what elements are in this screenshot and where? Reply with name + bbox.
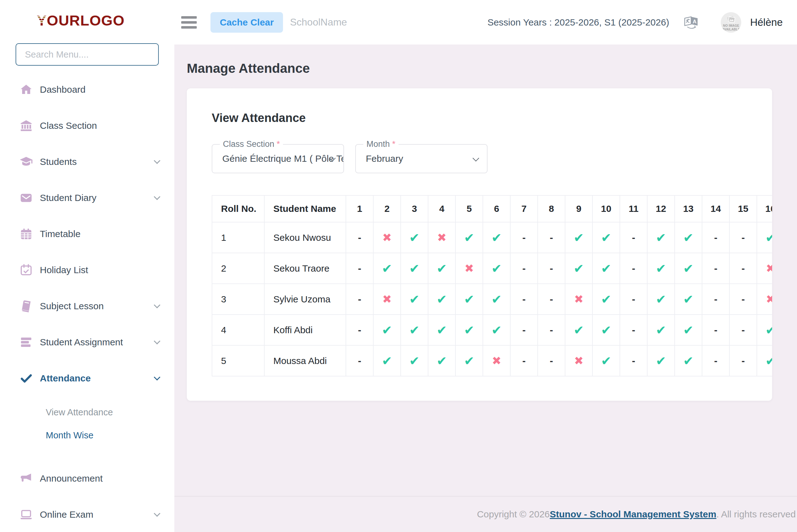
sidebar-item-label: Dashboard [40, 84, 86, 95]
present-check-icon: ✔ [409, 292, 420, 306]
attendance-cell-day-11: - [620, 345, 647, 376]
attendance-cell-day-4: ✔ [428, 253, 456, 284]
chevron-down-icon [154, 338, 160, 344]
sidebar-item-label: Attendance [40, 373, 91, 384]
sidebar-item-announcement[interactable]: Announcement [19, 469, 160, 488]
sidebar-item-subject-lesson[interactable]: Subject Lesson [19, 297, 160, 316]
user-name-label[interactable]: Hélène [750, 17, 783, 28]
present-check-icon: ✔ [491, 262, 502, 276]
no-record-dash: - [522, 324, 526, 335]
present-check-icon: ✔ [573, 323, 584, 337]
attendance-cell-day-11: - [620, 253, 647, 284]
attendance-cell-day-1: - [346, 222, 373, 253]
session-years-label: Session Years : 2025-2026, S1 (2025-2026… [487, 17, 669, 28]
attendance-cell-day-7: - [510, 345, 538, 376]
sidebar-item-online-exam[interactable]: Online Exam [19, 505, 160, 524]
student-name-cell: Sekou Nwosu [264, 222, 346, 253]
no-record-dash: - [742, 263, 745, 274]
present-check-icon: ✔ [683, 231, 693, 245]
no-record-dash: - [632, 355, 635, 366]
attendance-cell-day-1: - [346, 345, 373, 376]
search-menu-input[interactable] [16, 43, 159, 65]
sidebar-item-class-section[interactable]: Class Section [19, 116, 160, 135]
no-record-dash: - [742, 355, 745, 366]
attendance-cell-day-2: ✔ [373, 315, 401, 345]
check-icon [19, 372, 33, 385]
user-avatar[interactable]: NO IMAGEAVAILABLE [721, 12, 741, 33]
footer-brand-link[interactable]: Stunov - School Management System [550, 509, 716, 519]
no-record-dash: - [550, 355, 553, 366]
student-name-cell: Koffi Abdi [264, 315, 346, 345]
present-check-icon: ✔ [573, 262, 584, 276]
no-record-dash: - [714, 232, 718, 243]
attendance-cell-day-15: - [729, 284, 757, 315]
required-asterisk: * [277, 139, 280, 149]
col-header-day-13: 13 [675, 195, 702, 222]
table-row: 1Sekou Nwosu-✖✔✖✔✔--✔✔-✔✔--✔ [212, 222, 772, 253]
attendance-cell-day-7: - [510, 253, 538, 284]
present-check-icon: ✔ [382, 354, 392, 368]
present-check-icon: ✔ [491, 231, 502, 245]
attendance-cell-day-8: - [538, 253, 565, 284]
sidebar-item-timetable[interactable]: Timetable [19, 224, 160, 244]
language-translate-icon[interactable]: A [682, 13, 701, 32]
attendance-submenu: View AttendanceMonth Wise [19, 405, 160, 443]
absent-cross-icon: ✖ [574, 354, 583, 367]
copyright-text: Copyright © 2026 [477, 509, 550, 519]
app-logo[interactable]: YOURLOGO [37, 12, 174, 29]
attendance-cell-day-3: ✔ [401, 345, 428, 376]
present-check-icon: ✔ [491, 292, 502, 306]
present-check-icon: ✔ [765, 323, 772, 337]
present-check-icon: ✔ [437, 354, 447, 368]
attendance-cell-day-2: ✔ [373, 345, 401, 376]
sidebar-item-holiday-list[interactable]: Holiday List [19, 260, 160, 280]
col-header-day-8: 8 [538, 195, 565, 222]
main-area: Cache Clear SchoolName Session Years : 2… [174, 0, 797, 532]
attendance-cell-day-8: - [538, 222, 565, 253]
submenu-item-month-wise[interactable]: Month Wise [46, 428, 160, 443]
page-content: Manage Attendance View Attendance Class … [174, 44, 797, 532]
class-section-select[interactable]: Class Section * Génie Électrique M1 ( Pô… [212, 144, 344, 173]
sidebar-item-student-diary[interactable]: Student Diary [19, 188, 160, 208]
svg-text:A: A [693, 19, 697, 24]
attendance-cell-day-9: ✔ [565, 315, 592, 345]
attendance-cell-day-7: - [510, 222, 538, 253]
attendance-table: Roll No.Student Name12345678910111213141… [212, 195, 772, 377]
no-record-dash: - [550, 293, 553, 305]
attendance-cell-day-5: ✔ [456, 345, 483, 376]
sidebar-item-label: Holiday List [40, 265, 88, 276]
sidebar-item-students[interactable]: Students [19, 152, 160, 171]
col-header-day-14: 14 [702, 195, 729, 222]
absent-cross-icon: ✖ [766, 262, 772, 275]
submenu-item-view-attendance[interactable]: View Attendance [46, 405, 160, 420]
attendance-cell-day-5: ✔ [456, 315, 483, 345]
sidebar-item-attendance[interactable]: Attendance [19, 369, 160, 388]
month-select[interactable]: Month * February [355, 144, 487, 173]
rights-text: . All rights reserved [716, 509, 796, 519]
no-record-dash: - [632, 232, 635, 243]
student-name-cell: Moussa Abdi [264, 345, 346, 376]
no-record-dash: - [632, 263, 635, 274]
cache-clear-button[interactable]: Cache Clear [210, 12, 283, 33]
attendance-cell-day-16: ✔ [757, 315, 772, 345]
attendance-cell-day-10: ✔ [592, 284, 620, 315]
attendance-cell-day-14: - [702, 345, 729, 376]
attendance-cell-day-8: - [538, 345, 565, 376]
present-check-icon: ✔ [765, 231, 772, 245]
attendance-cell-day-15: - [729, 345, 757, 376]
hamburger-menu-icon[interactable] [181, 16, 197, 28]
present-check-icon: ✔ [437, 262, 447, 276]
attendance-cell-day-15: - [729, 315, 757, 345]
sidebar: YOURLOGO DashboardClass SectionStudentsS… [0, 0, 174, 532]
attendance-cell-day-16: ✔ [757, 345, 772, 376]
attendance-cell-day-13: ✔ [675, 222, 702, 253]
attendance-cell-day-2: ✖ [373, 284, 401, 315]
sidebar-item-label: Class Section [40, 120, 97, 131]
sidebar-item-dashboard[interactable]: Dashboard [19, 80, 160, 99]
col-header-day-5: 5 [456, 195, 483, 222]
no-record-dash: - [550, 232, 553, 243]
calendar-icon [19, 227, 33, 241]
no-record-dash: - [714, 324, 718, 335]
roll-no-cell: 1 [212, 222, 264, 253]
sidebar-item-student-assignment[interactable]: Student Assignment [19, 332, 160, 352]
